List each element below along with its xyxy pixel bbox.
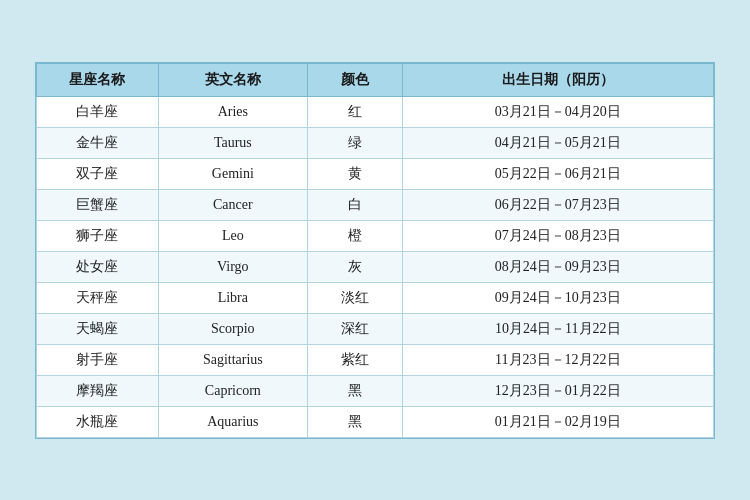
cell-r8-c2: 紫红 [307, 344, 402, 375]
cell-r2-c3: 05月22日－06月21日 [402, 158, 713, 189]
header-color: 颜色 [307, 63, 402, 96]
cell-r1-c2: 绿 [307, 127, 402, 158]
cell-r9-c1: Capricorn [158, 375, 307, 406]
cell-r10-c1: Aquarius [158, 406, 307, 437]
cell-r3-c1: Cancer [158, 189, 307, 220]
cell-r1-c1: Taurus [158, 127, 307, 158]
cell-r0-c0: 白羊座 [37, 96, 159, 127]
cell-r6-c0: 天秤座 [37, 282, 159, 313]
table-row: 金牛座Taurus绿04月21日－05月21日 [37, 127, 714, 158]
cell-r2-c0: 双子座 [37, 158, 159, 189]
cell-r1-c3: 04月21日－05月21日 [402, 127, 713, 158]
cell-r6-c2: 淡红 [307, 282, 402, 313]
cell-r8-c3: 11月23日－12月22日 [402, 344, 713, 375]
cell-r7-c0: 天蝎座 [37, 313, 159, 344]
cell-r2-c1: Gemini [158, 158, 307, 189]
table-body: 白羊座Aries红03月21日－04月20日金牛座Taurus绿04月21日－0… [37, 96, 714, 437]
header-chinese-name: 星座名称 [37, 63, 159, 96]
header-english-name: 英文名称 [158, 63, 307, 96]
cell-r7-c2: 深红 [307, 313, 402, 344]
cell-r6-c1: Libra [158, 282, 307, 313]
cell-r5-c0: 处女座 [37, 251, 159, 282]
header-birthdate: 出生日期（阳历） [402, 63, 713, 96]
cell-r10-c2: 黑 [307, 406, 402, 437]
table-row: 天秤座Libra淡红09月24日－10月23日 [37, 282, 714, 313]
cell-r7-c1: Scorpio [158, 313, 307, 344]
cell-r6-c3: 09月24日－10月23日 [402, 282, 713, 313]
cell-r7-c3: 10月24日－11月22日 [402, 313, 713, 344]
cell-r9-c0: 摩羯座 [37, 375, 159, 406]
cell-r5-c3: 08月24日－09月23日 [402, 251, 713, 282]
cell-r5-c2: 灰 [307, 251, 402, 282]
cell-r3-c2: 白 [307, 189, 402, 220]
cell-r0-c3: 03月21日－04月20日 [402, 96, 713, 127]
table-row: 巨蟹座Cancer白06月22日－07月23日 [37, 189, 714, 220]
cell-r1-c0: 金牛座 [37, 127, 159, 158]
cell-r4-c0: 狮子座 [37, 220, 159, 251]
table-row: 白羊座Aries红03月21日－04月20日 [37, 96, 714, 127]
table-row: 射手座Sagittarius紫红11月23日－12月22日 [37, 344, 714, 375]
cell-r2-c2: 黄 [307, 158, 402, 189]
cell-r5-c1: Virgo [158, 251, 307, 282]
table-row: 水瓶座Aquarius黑01月21日－02月19日 [37, 406, 714, 437]
table-row: 双子座Gemini黄05月22日－06月21日 [37, 158, 714, 189]
cell-r4-c1: Leo [158, 220, 307, 251]
table-header-row: 星座名称 英文名称 颜色 出生日期（阳历） [37, 63, 714, 96]
cell-r0-c2: 红 [307, 96, 402, 127]
cell-r3-c3: 06月22日－07月23日 [402, 189, 713, 220]
table-row: 天蝎座Scorpio深红10月24日－11月22日 [37, 313, 714, 344]
cell-r4-c2: 橙 [307, 220, 402, 251]
cell-r3-c0: 巨蟹座 [37, 189, 159, 220]
cell-r8-c0: 射手座 [37, 344, 159, 375]
zodiac-table: 星座名称 英文名称 颜色 出生日期（阳历） 白羊座Aries红03月21日－04… [36, 63, 714, 438]
zodiac-table-container: 星座名称 英文名称 颜色 出生日期（阳历） 白羊座Aries红03月21日－04… [35, 62, 715, 439]
table-row: 狮子座Leo橙07月24日－08月23日 [37, 220, 714, 251]
table-row: 摩羯座Capricorn黑12月23日－01月22日 [37, 375, 714, 406]
cell-r10-c3: 01月21日－02月19日 [402, 406, 713, 437]
cell-r10-c0: 水瓶座 [37, 406, 159, 437]
cell-r9-c2: 黑 [307, 375, 402, 406]
table-row: 处女座Virgo灰08月24日－09月23日 [37, 251, 714, 282]
cell-r4-c3: 07月24日－08月23日 [402, 220, 713, 251]
cell-r0-c1: Aries [158, 96, 307, 127]
cell-r8-c1: Sagittarius [158, 344, 307, 375]
cell-r9-c3: 12月23日－01月22日 [402, 375, 713, 406]
